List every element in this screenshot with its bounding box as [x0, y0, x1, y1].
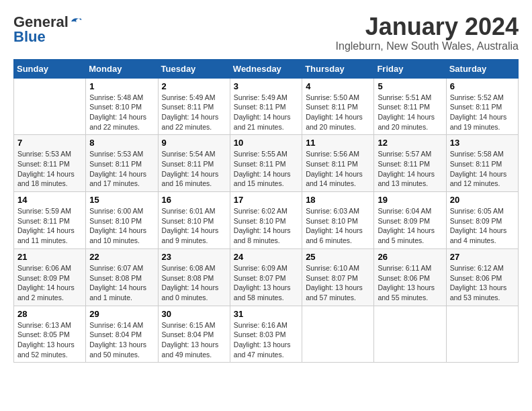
- day-number: 5: [378, 81, 442, 91]
- day-info: Sunrise: 5:54 AMSunset: 8:11 PMDaylight:…: [162, 149, 226, 189]
- calendar-cell: 15Sunrise: 6:00 AMSunset: 8:10 PMDayligh…: [86, 192, 158, 249]
- day-number: 8: [89, 138, 154, 148]
- day-info: Sunrise: 6:15 AMSunset: 8:04 PMDaylight:…: [162, 320, 226, 360]
- calendar-cell: 14Sunrise: 5:59 AMSunset: 8:11 PMDayligh…: [14, 192, 86, 249]
- calendar-cell: 3Sunrise: 5:49 AMSunset: 8:11 PMDaylight…: [230, 78, 302, 135]
- calendar-cell: 28Sunrise: 6:13 AMSunset: 8:05 PMDayligh…: [14, 306, 86, 363]
- calendar-subtitle: Ingleburn, New South Wales, Australia: [336, 40, 519, 52]
- calendar-cell: 27Sunrise: 6:12 AMSunset: 8:06 PMDayligh…: [446, 248, 518, 306]
- day-header-tuesday: Tuesday: [158, 59, 230, 78]
- day-header-sunday: Sunday: [14, 59, 86, 78]
- calendar-week-1: 1Sunrise: 5:48 AMSunset: 8:10 PMDaylight…: [14, 78, 519, 135]
- calendar-week-5: 28Sunrise: 6:13 AMSunset: 8:05 PMDayligh…: [14, 306, 519, 363]
- day-header-saturday: Saturday: [446, 59, 518, 78]
- calendar-cell: 7Sunrise: 5:53 AMSunset: 8:11 PMDaylight…: [14, 135, 86, 192]
- calendar-title: January 2024: [336, 13, 519, 40]
- calendar-cell: 10Sunrise: 5:55 AMSunset: 8:11 PMDayligh…: [230, 135, 302, 192]
- day-number: 12: [378, 138, 442, 148]
- day-number: 9: [162, 138, 226, 148]
- day-number: 21: [17, 252, 82, 262]
- calendar-cell: 11Sunrise: 5:56 AMSunset: 8:11 PMDayligh…: [302, 135, 374, 192]
- day-info: Sunrise: 6:16 AMSunset: 8:03 PMDaylight:…: [234, 320, 298, 360]
- calendar-cell: 5Sunrise: 5:51 AMSunset: 8:11 PMDaylight…: [374, 78, 446, 135]
- day-number: 24: [234, 252, 298, 262]
- calendar-cell: 8Sunrise: 5:53 AMSunset: 8:11 PMDaylight…: [86, 135, 158, 192]
- day-info: Sunrise: 6:03 AMSunset: 8:10 PMDaylight:…: [306, 206, 370, 246]
- day-info: Sunrise: 5:52 AMSunset: 8:11 PMDaylight:…: [450, 93, 515, 132]
- calendar-cell: 25Sunrise: 6:10 AMSunset: 8:07 PMDayligh…: [302, 248, 374, 306]
- calendar-cell: 18Sunrise: 6:03 AMSunset: 8:10 PMDayligh…: [302, 192, 374, 249]
- logo-bird-icon: [70, 16, 82, 26]
- calendar-cell: 26Sunrise: 6:11 AMSunset: 8:06 PMDayligh…: [374, 248, 446, 306]
- calendar-week-4: 21Sunrise: 6:06 AMSunset: 8:09 PMDayligh…: [14, 248, 519, 306]
- calendar-week-3: 14Sunrise: 5:59 AMSunset: 8:11 PMDayligh…: [14, 192, 519, 249]
- day-number: 15: [89, 195, 154, 205]
- calendar-table: SundayMondayTuesdayWednesdayThursdayFrid…: [13, 59, 519, 363]
- calendar-cell: 13Sunrise: 5:58 AMSunset: 8:11 PMDayligh…: [446, 135, 518, 192]
- calendar-cell: 20Sunrise: 6:05 AMSunset: 8:09 PMDayligh…: [446, 192, 518, 249]
- day-number: 14: [17, 195, 82, 205]
- day-number: 19: [378, 195, 442, 205]
- day-info: Sunrise: 5:53 AMSunset: 8:11 PMDaylight:…: [17, 149, 82, 189]
- calendar-cell: 6Sunrise: 5:52 AMSunset: 8:11 PMDaylight…: [446, 78, 518, 135]
- day-number: 3: [234, 81, 298, 91]
- day-info: Sunrise: 5:50 AMSunset: 8:11 PMDaylight:…: [306, 93, 370, 132]
- day-number: 31: [234, 309, 298, 319]
- calendar-cell: 12Sunrise: 5:57 AMSunset: 8:11 PMDayligh…: [374, 135, 446, 192]
- calendar-cell: 29Sunrise: 6:14 AMSunset: 8:04 PMDayligh…: [86, 306, 158, 363]
- calendar-cell: 30Sunrise: 6:15 AMSunset: 8:04 PMDayligh…: [158, 306, 230, 363]
- day-number: 7: [17, 138, 82, 148]
- calendar-cell: 2Sunrise: 5:49 AMSunset: 8:11 PMDaylight…: [158, 78, 230, 135]
- day-info: Sunrise: 5:48 AMSunset: 8:10 PMDaylight:…: [89, 93, 154, 132]
- calendar-cell: [446, 306, 518, 363]
- day-info: Sunrise: 6:10 AMSunset: 8:07 PMDaylight:…: [306, 263, 370, 303]
- day-number: 27: [450, 252, 515, 262]
- day-info: Sunrise: 6:14 AMSunset: 8:04 PMDaylight:…: [89, 320, 154, 360]
- day-info: Sunrise: 5:59 AMSunset: 8:11 PMDaylight:…: [17, 206, 82, 246]
- day-info: Sunrise: 5:51 AMSunset: 8:11 PMDaylight:…: [378, 93, 442, 132]
- day-info: Sunrise: 6:07 AMSunset: 8:08 PMDaylight:…: [89, 263, 154, 303]
- day-number: 25: [306, 252, 370, 262]
- calendar-cell: 16Sunrise: 6:01 AMSunset: 8:10 PMDayligh…: [158, 192, 230, 249]
- day-number: 22: [89, 252, 154, 262]
- day-header-monday: Monday: [86, 59, 158, 78]
- day-info: Sunrise: 6:12 AMSunset: 8:06 PMDaylight:…: [450, 263, 515, 303]
- day-info: Sunrise: 5:57 AMSunset: 8:11 PMDaylight:…: [378, 149, 442, 189]
- calendar-cell: 21Sunrise: 6:06 AMSunset: 8:09 PMDayligh…: [14, 248, 86, 306]
- calendar-cell: 31Sunrise: 6:16 AMSunset: 8:03 PMDayligh…: [230, 306, 302, 363]
- day-info: Sunrise: 5:58 AMSunset: 8:11 PMDaylight:…: [450, 149, 515, 189]
- day-header-thursday: Thursday: [302, 59, 374, 78]
- day-info: Sunrise: 5:55 AMSunset: 8:11 PMDaylight:…: [234, 149, 298, 189]
- day-number: 1: [89, 81, 154, 91]
- title-block: January 2024 Ingleburn, New South Wales,…: [336, 13, 519, 52]
- day-info: Sunrise: 6:05 AMSunset: 8:09 PMDaylight:…: [450, 206, 515, 246]
- day-info: Sunrise: 6:09 AMSunset: 8:07 PMDaylight:…: [234, 263, 298, 303]
- day-info: Sunrise: 5:49 AMSunset: 8:11 PMDaylight:…: [234, 93, 298, 132]
- day-info: Sunrise: 5:53 AMSunset: 8:11 PMDaylight:…: [89, 149, 154, 189]
- calendar-week-2: 7Sunrise: 5:53 AMSunset: 8:11 PMDaylight…: [14, 135, 519, 192]
- calendar-cell: 23Sunrise: 6:08 AMSunset: 8:08 PMDayligh…: [158, 248, 230, 306]
- day-info: Sunrise: 6:08 AMSunset: 8:08 PMDaylight:…: [162, 263, 226, 303]
- calendar-cell: [302, 306, 374, 363]
- calendar-cell: [374, 306, 446, 363]
- day-number: 13: [450, 138, 515, 148]
- day-info: Sunrise: 6:13 AMSunset: 8:05 PMDaylight:…: [17, 320, 82, 360]
- logo-blue: Blue: [13, 28, 46, 46]
- day-info: Sunrise: 6:00 AMSunset: 8:10 PMDaylight:…: [89, 206, 154, 246]
- day-info: Sunrise: 6:02 AMSunset: 8:10 PMDaylight:…: [234, 206, 298, 246]
- day-number: 17: [234, 195, 298, 205]
- day-number: 28: [17, 309, 82, 319]
- calendar-cell: 19Sunrise: 6:04 AMSunset: 8:09 PMDayligh…: [374, 192, 446, 249]
- calendar-cell: 1Sunrise: 5:48 AMSunset: 8:10 PMDaylight…: [86, 78, 158, 135]
- day-number: 2: [162, 81, 226, 91]
- calendar-cell: [14, 78, 86, 135]
- calendar-cell: 4Sunrise: 5:50 AMSunset: 8:11 PMDaylight…: [302, 78, 374, 135]
- day-number: 4: [306, 81, 370, 91]
- day-info: Sunrise: 5:49 AMSunset: 8:11 PMDaylight:…: [162, 93, 226, 132]
- day-info: Sunrise: 6:01 AMSunset: 8:10 PMDaylight:…: [162, 206, 226, 246]
- day-info: Sunrise: 6:11 AMSunset: 8:06 PMDaylight:…: [378, 263, 442, 303]
- logo: General Blue: [13, 13, 82, 46]
- day-number: 23: [162, 252, 226, 262]
- day-number: 11: [306, 138, 370, 148]
- day-number: 30: [162, 309, 226, 319]
